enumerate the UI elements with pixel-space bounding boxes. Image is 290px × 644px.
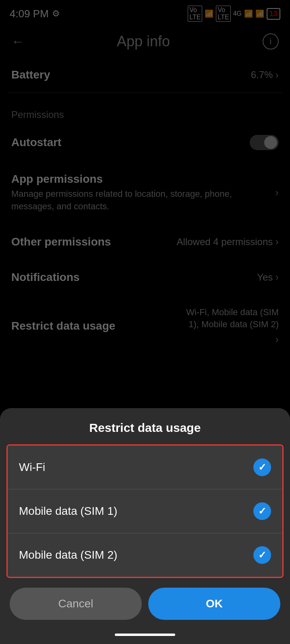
home-indicator [115,634,175,636]
wifi-checkbox[interactable]: ✓ [253,458,271,476]
dialog-buttons: Cancel OK [0,578,290,620]
wifi-option[interactable]: Wi-Fi ✓ [8,446,282,489]
cancel-button[interactable]: Cancel [10,588,142,620]
options-selection-box: Wi-Fi ✓ Mobile data (SIM 1) ✓ Mobile dat… [6,444,284,578]
mobile-data-sim2-label: Mobile data (SIM 2) [19,549,117,561]
mobile-data-sim1-option[interactable]: Mobile data (SIM 1) ✓ [8,489,282,533]
mobile-data-sim2-checkbox[interactable]: ✓ [253,546,271,564]
mobile-data-sim2-option[interactable]: Mobile data (SIM 2) ✓ [8,533,282,577]
ok-button[interactable]: OK [148,588,280,620]
mobile-data-sim1-checkmark: ✓ [258,506,266,517]
dialog-title: Restrict data usage [0,408,290,444]
wifi-option-label: Wi-Fi [19,461,45,474]
restrict-data-usage-dialog: Restrict data usage Wi-Fi ✓ Mobile data … [0,408,290,644]
wifi-checkmark: ✓ [258,462,266,473]
mobile-data-sim1-checkbox[interactable]: ✓ [253,502,271,520]
mobile-data-sim1-label: Mobile data (SIM 1) [19,505,117,518]
mobile-data-sim2-checkmark: ✓ [258,549,266,561]
